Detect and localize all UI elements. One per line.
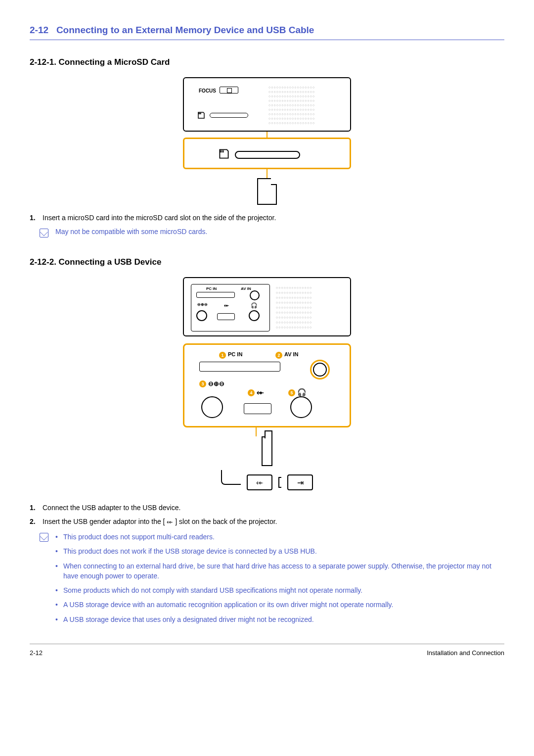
- note-icon: [40, 229, 48, 237]
- connector-line-icon: [256, 427, 257, 436]
- port-panel: PC IN AV IN ⊖⊕⊖ ⬰ 🎧: [191, 284, 270, 331]
- callout-badge: 2: [275, 352, 282, 359]
- microsd-slot-icon: [210, 113, 248, 118]
- callout-badge: 3: [199, 380, 206, 387]
- note-item: This product does not support multi-card…: [55, 532, 504, 542]
- heading-number: 2-12: [30, 25, 48, 35]
- focus-label: FOCUS: [199, 88, 216, 94]
- headphone-symbol-icon: 🎧: [251, 302, 258, 309]
- notes-list: This product does not support multi-card…: [55, 532, 504, 629]
- av-in-label: AV IN: [241, 286, 251, 291]
- callout-badge: 5: [288, 389, 295, 396]
- microsd-slot-icon: [235, 151, 300, 159]
- usb-symbol-icon: ⬰: [224, 302, 229, 309]
- dc-symbol-icon: ⊖⊕⊖: [197, 302, 208, 307]
- microsd-card-icon: [257, 178, 277, 205]
- pc-in-label: PC IN: [206, 286, 217, 291]
- usb-b-connector-icon: ⇥: [287, 474, 313, 490]
- connector-line-icon: [267, 132, 267, 138]
- step-text-before: Insert the USB gender adaptor into the [: [43, 518, 167, 525]
- step-number: 2.: [30, 518, 39, 526]
- usb-port-icon: [217, 313, 235, 320]
- microsd-slot-closeup: [183, 138, 351, 169]
- section-1-heading: 2-12-1. Connecting a MicroSD Card: [30, 57, 504, 67]
- projector-back-panel: PC IN AV IN ⊖⊕⊖ ⬰ 🎧 ○○○○○○○○○○○○○○ ○○○○○…: [183, 277, 351, 336]
- step-text: Insert a microSD card into the microSD c…: [43, 214, 276, 222]
- audio-jack-icon: [290, 396, 312, 418]
- step-item: 1. Insert a microSD card into the microS…: [30, 214, 504, 222]
- dc-jack-icon: [196, 310, 207, 321]
- usb-cable-row: ⬰ ⇥: [183, 470, 351, 495]
- projector-side-panel: FOCUS ○○○○○○○○○○○○○○○○○○ ○○○○○○○○○○○○○○○…: [183, 77, 351, 132]
- section-2-steps: 1. Connect the USB adapter to the USB de…: [30, 504, 504, 526]
- section-2-heading: 2-12-2. Connecting a USB Device: [30, 257, 504, 267]
- av-jack-icon: [313, 363, 327, 377]
- section-2-notes: This product does not support multi-card…: [40, 532, 504, 629]
- usb-symbol-icon: ⬰: [257, 388, 264, 397]
- av-jack-icon: [250, 290, 260, 300]
- usb-a-connector-icon: ⬰: [247, 474, 272, 490]
- pc-in-label: PC IN: [228, 351, 242, 357]
- note-item: A USB storage device that uses only a de…: [55, 614, 504, 624]
- vga-port-icon: [196, 292, 235, 298]
- note-icon: [40, 533, 48, 542]
- usb-symbol-icon: ⬰: [167, 518, 173, 525]
- usb-diagram: PC IN AV IN ⊖⊕⊖ ⬰ 🎧 ○○○○○○○○○○○○○○ ○○○○○…: [30, 277, 504, 495]
- step-number: 1.: [30, 214, 39, 222]
- sd-logo-icon: [218, 149, 230, 161]
- usb-port-icon: [244, 403, 271, 414]
- page-footer: 2-12 Installation and Connection: [30, 644, 504, 657]
- footer-chapter-title: Installation and Connection: [427, 649, 504, 657]
- step-text-after: ] slot on the back of the projector.: [173, 518, 277, 525]
- dc-jack-icon: [201, 396, 223, 418]
- note-item: A USB storage device with an automatic r…: [55, 600, 504, 610]
- note-text: May not be compatible with some microSD …: [55, 228, 207, 236]
- audio-jack-icon: [249, 310, 260, 321]
- heading-title: Connecting to an External Memory Device …: [56, 25, 314, 35]
- connector-line-icon: [267, 169, 267, 178]
- note-item: When connecting to an external hard driv…: [55, 561, 504, 581]
- focus-switch-icon: [220, 87, 238, 94]
- note-item: Some products which do not comply with s…: [55, 585, 504, 595]
- vga-port-icon: [199, 362, 280, 372]
- section-1-steps: 1. Insert a microSD card into the microS…: [30, 214, 504, 222]
- callout-badge: 1: [219, 352, 226, 359]
- cable-join-icon: [278, 477, 281, 488]
- dc-symbol-icon: ⊖⊕⊖: [208, 380, 224, 387]
- microsd-diagram: FOCUS ○○○○○○○○○○○○○○○○○○ ○○○○○○○○○○○○○○○…: [30, 77, 504, 205]
- step-text: Connect the USB adapter to the USB devic…: [43, 504, 180, 512]
- note-item: This product does not work if the USB st…: [55, 546, 504, 556]
- vent-grid-icon: ○○○○○○○○○○○○○○○○○○ ○○○○○○○○○○○○○○○○○○ ○○…: [268, 85, 340, 126]
- vent-grid-icon: ○○○○○○○○○○○○○○ ○○○○○○○○○○○○○○ ○○○○○○○○○○…: [276, 285, 340, 330]
- step-number: 1.: [30, 504, 39, 512]
- cable-line-icon: [221, 470, 241, 485]
- av-in-label: AV IN: [284, 351, 299, 357]
- footer-page-number: 2-12: [30, 649, 43, 657]
- step-item: 2. Insert the USB gender adaptor into th…: [30, 518, 504, 526]
- page-heading: 2-12 Connecting to an External Memory De…: [30, 25, 504, 40]
- sd-logo-icon: [197, 112, 205, 120]
- callout-badge: 4: [248, 389, 255, 396]
- usb-plug-icon: [262, 436, 272, 466]
- section-1-note: May not be compatible with some microSD …: [40, 228, 504, 237]
- ports-closeup: 1 PC IN 2 AV IN 3 ⊖⊕⊖ 4 ⬰ 5 🎧: [183, 343, 351, 427]
- step-item: 1. Connect the USB adapter to the USB de…: [30, 504, 504, 512]
- step-text: Insert the USB gender adaptor into the […: [43, 518, 277, 526]
- headphone-symbol-icon: 🎧: [297, 388, 307, 397]
